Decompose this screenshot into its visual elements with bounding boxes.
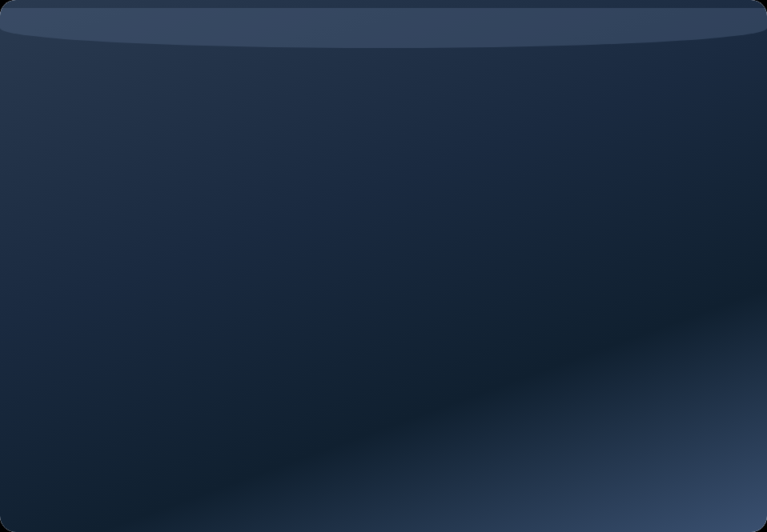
ipad-device: 9:41 PG Sel 14 Sep ••• 📶 100% ⊞ Edit Fot… [0,0,767,532]
main-content: Untuk Anda Memori Lihat [248,22,767,532]
featured-image-storm [512,400,751,480]
app-container: ⊞ Edit Foto 🖼 Pustaka ⊡ Untuk Anda 👤 Ora… [0,22,767,532]
featured-thumb-2[interactable] [512,400,751,480]
featured-grid [264,400,751,480]
